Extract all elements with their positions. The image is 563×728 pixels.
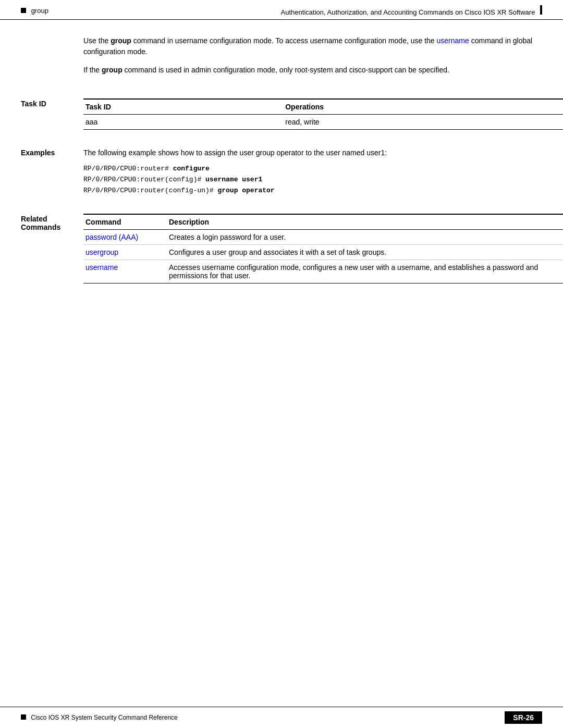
related-commands-section: Related Commands Command Description pas… bbox=[0, 208, 563, 283]
header-right-text: Authentication, Authorization, and Accou… bbox=[281, 5, 542, 16]
code-block: RP/0/RP0/CPU0:router# configureRP/0/RP0/… bbox=[83, 164, 563, 196]
task-id-body: Task ID Operations aaaread, write bbox=[83, 98, 563, 130]
examples-label: Examples bbox=[21, 147, 83, 196]
intro-para-1: Use the group command in username config… bbox=[83, 35, 563, 57]
operations-col-header: Operations bbox=[283, 99, 563, 115]
code-line: RP/0/RP0/CPU0:router(config-un)# group o… bbox=[83, 186, 563, 196]
command-cell: username bbox=[83, 260, 167, 283]
related-commands-table: Command Description password (AAA)Create… bbox=[83, 214, 563, 283]
page-header: group Authentication, Authorization, and… bbox=[0, 0, 563, 20]
table-row: usernameAccesses username configuration … bbox=[83, 260, 563, 283]
intro-section: Use the group command in username config… bbox=[0, 20, 563, 93]
table-row: password (AAA)Creates a login password f… bbox=[83, 230, 563, 245]
page-number-box: SR-26 bbox=[505, 711, 542, 724]
command-cell: usergroup bbox=[83, 245, 167, 260]
table-row: usergroupConfigures a user group and ass… bbox=[83, 245, 563, 260]
task-id-section: Task ID Task ID Operations aaaread, writ… bbox=[0, 93, 563, 130]
related-commands-body: Command Description password (AAA)Create… bbox=[83, 214, 563, 283]
code-bold: configure bbox=[173, 165, 210, 172]
code-bold: username user1 bbox=[205, 176, 262, 183]
command-link[interactable]: username bbox=[85, 263, 118, 272]
related-commands-label: Related Commands bbox=[21, 214, 83, 283]
command-link[interactable]: password (AAA) bbox=[85, 233, 138, 241]
description-cell: Accesses username configuration mode, co… bbox=[167, 260, 563, 283]
page-footer: Cisco IOS XR System Security Command Ref… bbox=[0, 707, 563, 728]
bold-group-2: group bbox=[102, 66, 123, 74]
code-line: RP/0/RP0/CPU0:router(config)# username u… bbox=[83, 175, 563, 186]
examples-section: Examples The following example shows how… bbox=[0, 142, 563, 196]
task-id-label: Task ID bbox=[21, 98, 83, 130]
code-bold: group operator bbox=[217, 187, 274, 194]
description-cell: Configures a user group and associates i… bbox=[167, 245, 563, 260]
table-row: aaaread, write bbox=[83, 115, 563, 130]
task-id-cell: aaa bbox=[83, 115, 283, 130]
description-col-header: Description bbox=[167, 214, 563, 230]
footer-text: Cisco IOS XR System Security Command Ref… bbox=[21, 714, 178, 721]
example-description: The following example shows how to assig… bbox=[83, 147, 563, 158]
header-section-square bbox=[21, 8, 26, 13]
command-col-header: Command bbox=[83, 214, 167, 230]
header-rule bbox=[540, 5, 542, 15]
footer-square bbox=[21, 714, 26, 720]
examples-body: The following example shows how to assig… bbox=[83, 147, 563, 196]
task-id-table: Task ID Operations aaaread, write bbox=[83, 98, 563, 130]
command-link[interactable]: usergroup bbox=[85, 248, 118, 256]
task-id-col-header: Task ID bbox=[83, 99, 283, 115]
intro-para-2: If the group command is used in admin co… bbox=[83, 65, 563, 76]
command-cell: password (AAA) bbox=[83, 230, 167, 245]
username-link-1[interactable]: username bbox=[437, 36, 469, 45]
bold-group-1: group bbox=[111, 36, 131, 45]
description-cell: Creates a login password for a user. bbox=[167, 230, 563, 245]
header-left-label: group bbox=[21, 7, 48, 15]
operations-cell: read, write bbox=[283, 115, 563, 130]
page-number: SR-26 bbox=[505, 711, 542, 724]
code-line: RP/0/RP0/CPU0:router# configure bbox=[83, 164, 563, 175]
